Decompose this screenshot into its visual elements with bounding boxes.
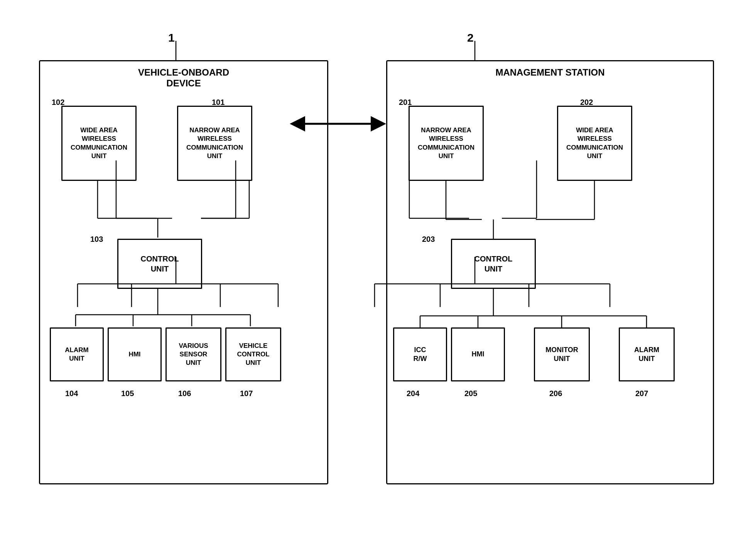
left-title: VEHICLE-ONBOARD DEVICE	[138, 67, 229, 89]
left-main-box: VEHICLE-ONBOARD DEVICE 102 WIDE AREA WIR…	[39, 60, 328, 484]
right-icc-unit: ICC R/W	[393, 327, 447, 381]
ref-106: 106	[178, 389, 191, 398]
ref-103: 103	[90, 235, 103, 244]
right-hmi-unit: HMI	[451, 327, 505, 381]
left-alarm-unit: ALARM UNIT	[50, 327, 104, 381]
section-number-2: 2	[467, 31, 474, 44]
left-wide-area-unit: WIDE AREA WIRELESS COMMUNICATION UNIT	[61, 106, 137, 181]
ref-205: 205	[464, 389, 477, 398]
diagram-wrapper: 1 2 VEHICLE-ONBOARD DEVICE 102 WIDE AREA…	[39, 29, 714, 531]
right-narrow-area-unit: NARROW AREA WIRELESS COMMUNICATION UNIT	[409, 106, 484, 181]
left-vehicle-control-unit: VEHICLE CONTROL UNIT	[225, 327, 281, 381]
ref-104: 104	[65, 389, 78, 398]
ref-107: 107	[240, 389, 253, 398]
ref-207: 207	[635, 389, 648, 398]
left-control-unit: CONTROL UNIT	[117, 239, 202, 289]
ref-105: 105	[121, 389, 134, 398]
left-sensor-unit: VARIOUS SENSOR UNIT	[165, 327, 221, 381]
ref-203: 203	[422, 235, 435, 244]
svg-marker-23	[371, 116, 386, 132]
left-hmi-unit: HMI	[108, 327, 162, 381]
right-control-unit: CONTROL UNIT	[451, 239, 536, 289]
ref-204: 204	[407, 389, 419, 398]
section-number-1: 1	[168, 31, 175, 44]
right-alarm-unit: ALARM UNIT	[619, 327, 675, 381]
left-narrow-area-unit: NARROW AREA WIRELESS COMMUNICATION UNIT	[177, 106, 252, 181]
right-wide-area-unit: WIDE AREA WIRELESS COMMUNICATION UNIT	[557, 106, 632, 181]
right-monitor-unit: MONITOR UNIT	[534, 327, 590, 381]
right-title: MANAGEMENT STATION	[495, 67, 604, 78]
right-main-box: MANAGEMENT STATION 201 NARROW AREA WIREL…	[386, 60, 714, 484]
ref-206: 206	[549, 389, 562, 398]
